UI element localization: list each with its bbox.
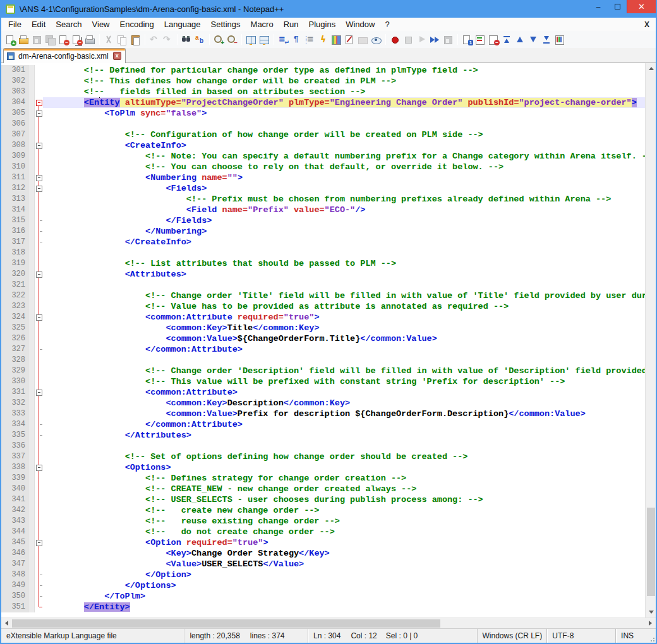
bookmark-margin[interactable] — [29, 205, 35, 215]
fold-collapse-icon[interactable] — [36, 465, 42, 471]
bookmark-margin[interactable] — [29, 269, 35, 280]
code-text[interactable]: <!-- Note: You can specify a default num… — [43, 151, 645, 162]
menu-item-window[interactable]: Window — [341, 18, 380, 31]
code-text[interactable]: <common:Attribute required="true"> — [43, 312, 645, 323]
bookmark-margin[interactable] — [29, 548, 35, 559]
code-text[interactable] — [43, 119, 645, 129]
open-file-icon[interactable] — [18, 34, 30, 45]
macro-record-icon[interactable] — [389, 34, 401, 45]
new-file-icon[interactable] — [4, 34, 16, 45]
save-all-icon[interactable] — [44, 34, 56, 45]
code-text[interactable]: <Options> — [43, 462, 645, 473]
bookmark-margin[interactable] — [29, 119, 35, 129]
bookmark-margin[interactable] — [29, 376, 35, 387]
bookmark-margin[interactable] — [29, 301, 35, 312]
bookmark-margin[interactable] — [29, 484, 35, 494]
scroll-right-arrow-icon[interactable] — [645, 618, 656, 629]
menu-close-document-button[interactable]: X — [644, 20, 649, 29]
document-map-icon[interactable] — [330, 34, 342, 45]
word-wrap-icon[interactable] — [277, 34, 289, 45]
fold-collapse-icon[interactable] — [36, 314, 42, 321]
bookmark-margin[interactable] — [29, 516, 35, 527]
bookmark-margin[interactable] — [29, 247, 35, 258]
compare-clear-icon[interactable] — [488, 34, 500, 45]
last-diff-icon[interactable] — [541, 34, 553, 45]
scroll-down-arrow-icon[interactable] — [646, 607, 656, 617]
code-text[interactable]: <common:Value>${ChangeOrderForm.Title}</… — [43, 333, 645, 344]
menu-item-search[interactable]: Search — [51, 18, 87, 31]
close-file-icon[interactable] — [57, 34, 69, 45]
code-text[interactable]: <!-- List attributes that should be pass… — [43, 258, 645, 269]
next-diff-icon[interactable] — [527, 34, 539, 45]
bookmark-margin[interactable] — [29, 333, 35, 344]
code-text[interactable]: <!-- Defined for particular change order… — [43, 65, 645, 76]
code-text[interactable]: </Option> — [43, 569, 645, 580]
zoom-out-icon[interactable] — [226, 34, 238, 45]
bookmark-margin[interactable] — [29, 97, 35, 108]
vertical-scroll-thumb[interactable] — [647, 508, 655, 596]
code-text[interactable] — [43, 247, 645, 258]
zoom-in-icon[interactable] — [213, 34, 225, 45]
code-text[interactable]: <!-- You can choose to rely on that defa… — [43, 162, 645, 172]
print-icon[interactable] — [84, 34, 96, 45]
eye-preview-icon[interactable] — [370, 34, 382, 45]
bookmark-margin[interactable] — [29, 194, 35, 205]
bookmark-margin[interactable] — [29, 430, 35, 441]
close-button[interactable]: ✕ — [627, 0, 656, 13]
code-text[interactable]: <!-- Value has to be provided as attribu… — [43, 301, 645, 312]
bookmark-margin[interactable] — [29, 312, 35, 323]
code-text[interactable]: <!-- fields filled in based on attribute… — [43, 86, 645, 97]
code-text[interactable]: <common:Value>Prefix for description ${C… — [43, 408, 645, 419]
code-text[interactable]: <Entity altiumType="ProjectChangeOrder" … — [43, 97, 645, 108]
tab-close-icon[interactable]: x — [113, 52, 121, 60]
bookmark-margin[interactable] — [29, 226, 35, 237]
bookmark-margin[interactable] — [29, 580, 35, 591]
resize-grip[interactable] — [647, 634, 656, 643]
bookmark-margin[interactable] — [29, 76, 35, 86]
fold-collapse-icon[interactable] — [36, 390, 42, 396]
horizontal-scrollbar[interactable] — [1, 617, 656, 628]
redo-icon[interactable] — [162, 34, 174, 45]
editor-area[interactable]: 301 <!-- Defined for particular change o… — [1, 63, 656, 617]
replace-icon[interactable] — [194, 34, 206, 45]
show-all-characters-icon[interactable] — [291, 34, 303, 45]
edit-marker-icon[interactable] — [344, 34, 356, 45]
macro-play-icon[interactable] — [416, 34, 428, 45]
bookmark-margin[interactable] — [29, 172, 35, 183]
scroll-up-arrow-icon[interactable] — [646, 63, 656, 74]
scroll-left-arrow-icon[interactable] — [1, 618, 12, 629]
fold-collapse-icon[interactable] — [36, 271, 42, 278]
bookmark-margin[interactable] — [29, 569, 35, 580]
code-text[interactable]: <!-- CREATE_NEW - new change order creat… — [43, 484, 645, 494]
minimize-button[interactable]: – — [589, 0, 608, 13]
menu-item-plugins[interactable]: Plugins — [304, 18, 341, 31]
find-icon[interactable] — [181, 34, 193, 45]
bookmark-margin[interactable] — [29, 355, 35, 366]
project-folder-icon[interactable] — [357, 34, 369, 45]
bookmark-margin[interactable] — [29, 290, 35, 301]
code-text[interactable]: <!-- This value will be prefixed with co… — [43, 376, 645, 387]
menu-item-encoding[interactable]: Encoding — [115, 18, 159, 31]
horizontal-scroll-thumb[interactable] — [12, 619, 440, 628]
menu-item-help[interactable]: ? — [380, 18, 394, 31]
fold-collapse-icon[interactable] — [36, 110, 42, 117]
sync-vertical-scroll-icon[interactable] — [245, 34, 257, 45]
code-text[interactable]: </Numbering> — [43, 226, 645, 237]
code-text[interactable]: <!-- do not create change order --> — [43, 527, 645, 537]
paste-icon[interactable] — [130, 34, 142, 45]
bookmark-margin[interactable] — [29, 591, 35, 602]
copy-icon[interactable] — [116, 34, 128, 45]
compare-icon[interactable] — [474, 34, 486, 45]
define-language-icon[interactable] — [317, 34, 329, 45]
code-text[interactable]: <Fields> — [43, 183, 645, 194]
code-text[interactable]: <common:Key>Description</common:Key> — [43, 398, 645, 408]
code-text[interactable]: <!-- Set of options defining how change … — [43, 451, 645, 462]
bookmark-margin[interactable] — [29, 86, 35, 97]
undo-icon[interactable] — [148, 34, 160, 45]
bookmark-margin[interactable] — [29, 65, 35, 76]
sync-horizontal-scroll-icon[interactable] — [258, 34, 270, 45]
code-text[interactable]: <CreateInfo> — [43, 140, 645, 151]
bookmark-margin[interactable] — [29, 559, 35, 569]
code-text[interactable]: </Options> — [43, 580, 645, 591]
fold-collapse-icon[interactable] — [36, 186, 42, 192]
